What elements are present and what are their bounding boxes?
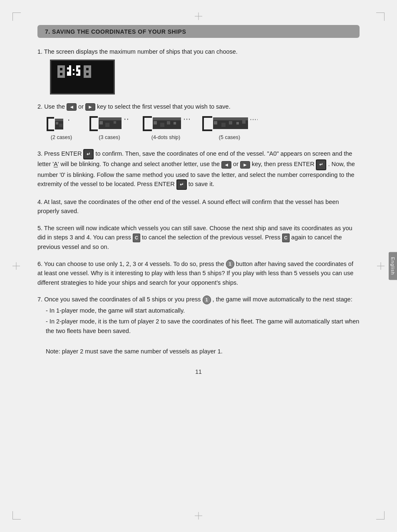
svg-rect-12 [60, 75, 62, 78]
svg-rect-15 [69, 65, 71, 67]
corner-mark-tr [376, 12, 385, 21]
corner-mark-br [376, 511, 385, 520]
right-key-3: ► [240, 161, 250, 169]
step-7-sub1: - In 1-player mode, the game will start … [46, 306, 360, 315]
svg-text:': ' [67, 119, 70, 124]
crosshair-right [377, 262, 385, 270]
ship-count-display [50, 60, 360, 94]
vessel-5-img: '''' [201, 115, 258, 132]
corner-mark-tl [12, 12, 21, 21]
step-7-text1: Once you saved the coordinates of all 5 … [44, 296, 201, 303]
one-btn-6: 1 [226, 260, 234, 268]
svg-rect-60 [99, 121, 103, 124]
svg-rect-59 [99, 117, 122, 120]
svg-rect-43 [86, 75, 89, 78]
svg-rect-1 [57, 65, 60, 68]
svg-rect-62 [114, 121, 116, 124]
step-7-text2: , the game will move automatically to th… [213, 296, 352, 303]
svg-rect-6 [57, 70, 60, 73]
cancel-btn-5a: C [133, 234, 140, 242]
svg-rect-72 [167, 121, 170, 124]
step-2: 2. Use the ◄ or ► key to select the firs… [37, 102, 360, 142]
step-3: 3. Press ENTER ↵ to confirm. Then, save … [37, 149, 360, 190]
svg-rect-81 [214, 121, 217, 124]
svg-rect-67 [143, 129, 152, 131]
step-5: 5. The screen will now indicate which ve… [37, 224, 360, 252]
svg-rect-78 [202, 129, 212, 131]
svg-rect-9 [57, 73, 60, 75]
enter-btn-3b: ↵ [316, 159, 326, 170]
svg-rect-34 [89, 65, 91, 68]
svg-rect-27 [76, 70, 78, 72]
svg-text:'': '' [124, 118, 129, 123]
svg-rect-42 [84, 75, 86, 78]
crosshair-bottom [195, 512, 202, 520]
svg-rect-31 [76, 74, 78, 76]
vessels-row: ' (2 cases) [46, 115, 360, 142]
vessel-3-item: '' (3 cases) [89, 115, 130, 142]
svg-rect-65 [143, 116, 144, 131]
step-2-number: 2. [37, 103, 44, 110]
svg-rect-21 [69, 74, 71, 76]
svg-rect-10 [62, 73, 65, 75]
svg-text:''': ''' [183, 118, 190, 123]
page-number: 11 [33, 368, 364, 375]
language-tab: English [389, 252, 397, 280]
section-title: 7. SAVING THE COORDINATES OF YOUR SHIPS [45, 28, 186, 35]
svg-rect-25 [78, 65, 80, 67]
crosshair-top [195, 12, 202, 20]
cancel-btn-5b: C [282, 234, 290, 242]
svg-rect-57 [89, 129, 98, 131]
svg-rect-44 [89, 75, 91, 78]
svg-rect-48 [47, 129, 54, 131]
svg-rect-73 [174, 122, 176, 124]
vessel-2-item: ' (2 cases) [46, 116, 77, 142]
enter-btn-3a: ↵ [83, 149, 94, 159]
svg-rect-33 [86, 65, 89, 68]
step-7-note: Note: player 2 must save the same number… [46, 347, 360, 356]
step-3-body2: key, then press ENTER [252, 161, 316, 168]
svg-rect-30 [78, 74, 80, 76]
svg-rect-85 [242, 120, 246, 124]
svg-rect-55 [89, 116, 91, 131]
svg-rect-70 [154, 121, 157, 124]
vessel-5-item: '''' (5 cases) [201, 115, 258, 142]
svg-rect-28 [78, 70, 80, 72]
svg-rect-35 [84, 68, 86, 70]
svg-rect-82 [221, 123, 226, 127]
step-3-or: or [233, 161, 240, 168]
svg-rect-24 [76, 65, 78, 67]
svg-text:'''': '''' [250, 119, 258, 123]
step-7: 7. Once you saved the coordinates of all… [37, 295, 360, 356]
svg-rect-50 [55, 119, 63, 121]
svg-rect-13 [62, 75, 65, 78]
svg-rect-3 [62, 65, 65, 68]
svg-rect-76 [202, 116, 204, 131]
svg-rect-46 [47, 117, 48, 131]
page: English 7. SAVING THE COORDINATES OF YOU… [0, 0, 397, 532]
svg-rect-51 [56, 122, 58, 124]
section-header: 7. SAVING THE COORDINATES OF YOUR SHIPS [37, 25, 360, 38]
one-btn-7: 1 [203, 296, 211, 304]
step-5-number: 5. [37, 225, 44, 231]
svg-rect-80 [213, 117, 248, 120]
step-3-number: 3. Press ENTER [37, 151, 83, 157]
enter-btn-3c: ↵ [176, 179, 187, 190]
step-2-text: Use the [44, 103, 65, 110]
svg-rect-26 [76, 67, 78, 70]
svg-rect-47 [47, 117, 54, 119]
svg-rect-14 [67, 67, 69, 70]
svg-rect-2 [60, 65, 62, 68]
svg-rect-8 [62, 70, 65, 73]
step-6-text1: You can choose to use only 1, 2, 3 or 4 … [44, 261, 224, 267]
display-svg [55, 63, 109, 86]
svg-rect-39 [89, 70, 91, 73]
right-arrow-key: ► [85, 103, 95, 111]
vessel-5-label: (5 cases) [219, 134, 240, 142]
step-4-text: At last, save the coordinates of the oth… [37, 199, 339, 214]
step-2-text3: key to select the first vessel that you … [97, 103, 231, 110]
step-1-number: 1. [37, 48, 44, 55]
corner-mark-bl [12, 511, 21, 520]
vessel-2-svg: ' [46, 116, 77, 132]
vessel-4-svg: ''' [142, 115, 190, 132]
